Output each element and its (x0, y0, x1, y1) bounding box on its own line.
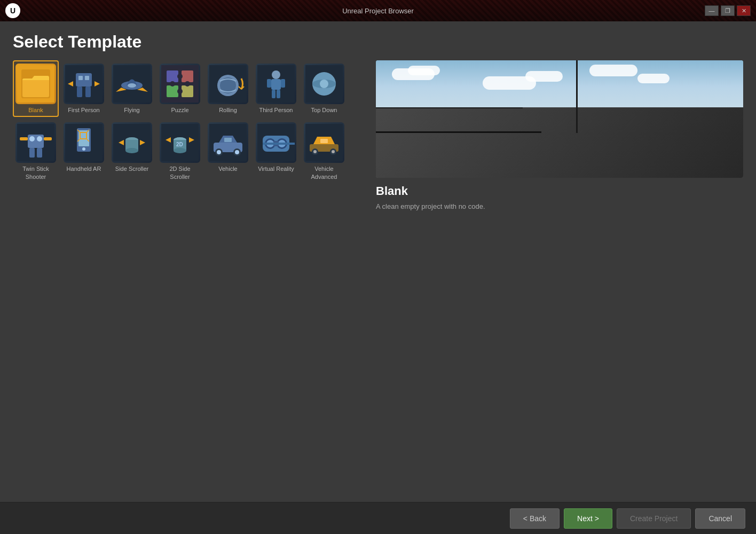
template-item-puzzle[interactable]: Puzzle (157, 60, 203, 117)
template-item-handheld-ar[interactable]: Handheld AR (61, 119, 107, 184)
svg-rect-14 (182, 70, 193, 82)
template-item-2d-side-scroller[interactable]: 2D 2D Side Scroller (157, 119, 203, 184)
svg-rect-30 (277, 90, 280, 98)
back-button[interactable]: < Back (510, 508, 560, 529)
svg-point-17 (177, 74, 183, 79)
svg-rect-8 (85, 87, 91, 97)
svg-rect-39 (20, 137, 28, 140)
svg-point-46 (82, 147, 85, 151)
blank-template-icon (15, 64, 56, 104)
rolling-template-label: Rolling (219, 106, 237, 114)
svg-rect-41 (29, 148, 35, 158)
preview-panel: Blank A clean empty project with no code… (376, 60, 743, 491)
first-person-template-label: First Person (68, 106, 99, 114)
svg-rect-29 (272, 90, 275, 98)
template-item-twin-stick[interactable]: Twin Stick Shooter (13, 119, 59, 184)
first-person-template-icon (64, 64, 104, 104)
minimize-button[interactable]: — (705, 5, 719, 16)
blank-template-label: Blank (28, 106, 43, 114)
vehicle-template-icon (208, 122, 248, 163)
window-controls: — ❐ ✕ (705, 5, 751, 16)
svg-rect-28 (281, 79, 285, 88)
svg-point-77 (332, 150, 335, 153)
svg-rect-7 (77, 87, 82, 97)
puzzle-template-icon (160, 64, 200, 104)
create-project-button: Create Project (617, 508, 691, 529)
virtual-reality-template-icon (256, 122, 296, 163)
cancel-button[interactable]: Cancel (695, 508, 745, 529)
svg-point-62 (235, 150, 239, 154)
svg-point-75 (313, 150, 317, 153)
top-down-template-icon (304, 64, 344, 104)
flying-template-icon (112, 64, 152, 104)
svg-rect-27 (267, 79, 271, 88)
top-down-template-label: Top Down (311, 106, 337, 114)
template-grid-container: Blank (13, 60, 365, 491)
preview-sky (376, 60, 743, 113)
svg-rect-2 (22, 78, 49, 97)
puzzle-template-label: Puzzle (171, 106, 188, 114)
svg-rect-4 (76, 73, 92, 87)
side-scroller-template-label: Side Scroller (115, 165, 148, 172)
svg-rect-26 (271, 79, 281, 90)
template-item-first-person[interactable]: First Person (61, 60, 107, 117)
flying-template-label: Flying (124, 106, 139, 114)
twin-stick-template-icon (15, 122, 56, 163)
svg-point-34 (320, 80, 328, 88)
svg-point-18 (177, 89, 183, 94)
svg-point-51 (125, 148, 138, 153)
svg-point-20 (185, 81, 190, 87)
third-person-template-icon (256, 64, 296, 104)
template-item-side-scroller[interactable]: Side Scroller (109, 119, 155, 184)
svg-point-37 (29, 136, 35, 142)
svg-rect-36 (28, 135, 44, 148)
template-item-flying[interactable]: Flying (109, 60, 155, 117)
bottom-bar: < Back Next > Create Project Cancel (0, 502, 756, 534)
virtual-reality-template-label: Virtual Reality (258, 165, 294, 172)
next-button[interactable]: Next > (564, 508, 612, 529)
third-person-template-label: Third Person (259, 106, 293, 114)
svg-point-55 (174, 148, 186, 153)
preview-template-name: Blank (376, 184, 743, 198)
content-area: Blank (13, 60, 743, 491)
svg-rect-42 (37, 148, 42, 158)
maximize-button[interactable]: ❐ (721, 5, 735, 16)
template-item-top-down[interactable]: Top Down (301, 60, 347, 117)
main-content: Select Template Blank (0, 21, 756, 502)
svg-text:2D: 2D (176, 142, 183, 147)
template-item-vehicle[interactable]: Vehicle (205, 119, 251, 184)
svg-point-11 (128, 83, 136, 88)
close-button[interactable]: ✕ (737, 5, 751, 16)
svg-rect-40 (44, 137, 52, 140)
svg-point-19 (170, 81, 175, 87)
template-item-third-person[interactable]: Third Person (253, 60, 299, 117)
2d-side-scroller-template-label: 2D Side Scroller (160, 165, 200, 180)
preview-template-description: A clean empty project with no code. (376, 201, 743, 212)
vehicle-advanced-template-label: Vehicle Advanced (304, 165, 344, 180)
svg-rect-63 (224, 138, 232, 142)
svg-point-60 (217, 150, 221, 154)
preview-ground (376, 107, 743, 178)
template-item-rolling[interactable]: Rolling (205, 60, 251, 117)
handheld-ar-template-label: Handheld AR (67, 165, 101, 172)
template-item-virtual-reality[interactable]: Virtual Reality (253, 119, 299, 184)
template-item-vehicle-advanced[interactable]: Vehicle Advanced (301, 119, 347, 184)
side-scroller-template-icon (112, 122, 152, 163)
vehicle-template-label: Vehicle (218, 165, 237, 172)
svg-rect-71 (263, 143, 295, 145)
svg-point-38 (37, 136, 42, 142)
vehicle-advanced-template-icon (304, 122, 344, 163)
svg-rect-16 (182, 85, 193, 97)
svg-rect-5 (78, 76, 83, 80)
window-title: Unreal Project Browser (342, 7, 414, 15)
template-preview-image (376, 60, 743, 178)
svg-rect-78 (320, 139, 328, 143)
template-item-blank[interactable]: Blank (13, 60, 59, 117)
2d-side-scroller-template-icon: 2D (160, 122, 200, 163)
handheld-ar-template-icon (64, 122, 104, 163)
app-logo: U (5, 3, 20, 18)
svg-rect-12 (161, 65, 199, 103)
twin-stick-template-label: Twin Stick Shooter (16, 165, 56, 180)
svg-rect-13 (167, 70, 178, 82)
svg-rect-6 (85, 76, 89, 80)
